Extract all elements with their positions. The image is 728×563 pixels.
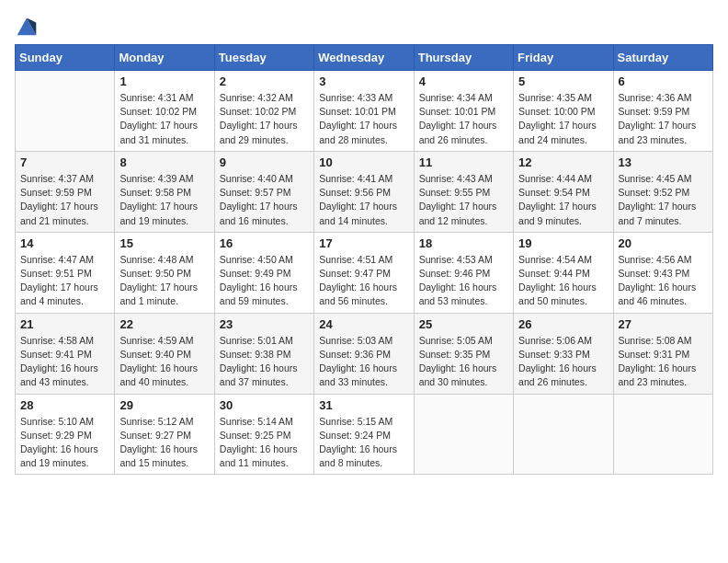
day-info: Sunrise: 4:48 AM Sunset: 9:50 PM Dayligh… (119, 253, 209, 309)
day-number: 15 (119, 236, 209, 250)
day-info: Sunrise: 5:10 AM Sunset: 9:29 PM Dayligh… (20, 415, 109, 471)
day-number: 6 (619, 75, 708, 88)
day-cell: 19Sunrise: 4:54 AM Sunset: 9:44 PM Dayli… (514, 232, 613, 313)
day-number: 26 (518, 317, 608, 331)
day-number: 23 (220, 317, 309, 331)
day-number: 21 (20, 317, 109, 331)
day-cell: 22Sunrise: 4:59 AM Sunset: 9:40 PM Dayli… (115, 313, 214, 394)
page-header (15, 15, 713, 37)
day-info: Sunrise: 5:15 AM Sunset: 9:24 PM Dayligh… (319, 415, 408, 471)
day-cell: 14Sunrise: 4:47 AM Sunset: 9:51 PM Dayli… (16, 232, 115, 313)
day-info: Sunrise: 4:47 AM Sunset: 9:51 PM Dayligh… (20, 253, 109, 309)
day-cell: 15Sunrise: 4:48 AM Sunset: 9:50 PM Dayli… (115, 232, 214, 313)
day-cell: 21Sunrise: 4:58 AM Sunset: 9:41 PM Dayli… (16, 313, 115, 394)
day-cell: 2Sunrise: 4:32 AM Sunset: 10:02 PM Dayli… (214, 71, 313, 152)
day-number: 28 (20, 398, 109, 412)
day-number: 19 (518, 236, 608, 250)
day-cell: 26Sunrise: 5:06 AM Sunset: 9:33 PM Dayli… (514, 313, 613, 394)
day-header-saturday: Saturday (613, 45, 712, 71)
day-number: 13 (619, 155, 708, 169)
day-info: Sunrise: 5:14 AM Sunset: 9:25 PM Dayligh… (220, 415, 309, 471)
day-info: Sunrise: 5:06 AM Sunset: 9:33 PM Dayligh… (518, 334, 608, 390)
day-cell: 23Sunrise: 5:01 AM Sunset: 9:38 PM Dayli… (214, 313, 313, 394)
week-row-3: 14Sunrise: 4:47 AM Sunset: 9:51 PM Dayli… (16, 232, 713, 313)
day-header-sunday: Sunday (16, 45, 115, 71)
day-cell: 30Sunrise: 5:14 AM Sunset: 9:25 PM Dayli… (214, 394, 313, 475)
day-cell: 8Sunrise: 4:39 AM Sunset: 9:58 PM Daylig… (115, 151, 214, 232)
day-number: 18 (419, 236, 508, 250)
day-number: 7 (20, 155, 109, 169)
day-cell: 12Sunrise: 4:44 AM Sunset: 9:54 PM Dayli… (514, 151, 613, 232)
day-info: Sunrise: 4:36 AM Sunset: 9:59 PM Dayligh… (619, 91, 708, 147)
day-number: 10 (319, 155, 408, 169)
day-info: Sunrise: 4:35 AM Sunset: 10:00 PM Daylig… (518, 91, 608, 147)
calendar-table: SundayMondayTuesdayWednesdayThursdayFrid… (15, 44, 713, 475)
day-cell: 4Sunrise: 4:34 AM Sunset: 10:01 PM Dayli… (414, 71, 513, 152)
day-cell: 3Sunrise: 4:33 AM Sunset: 10:01 PM Dayli… (314, 71, 414, 152)
day-header-wednesday: Wednesday (314, 45, 414, 71)
day-header-thursday: Thursday (414, 45, 513, 71)
day-cell: 9Sunrise: 4:40 AM Sunset: 9:57 PM Daylig… (214, 151, 313, 232)
day-number: 9 (220, 155, 309, 169)
day-info: Sunrise: 5:12 AM Sunset: 9:27 PM Dayligh… (119, 415, 209, 471)
day-info: Sunrise: 4:39 AM Sunset: 9:58 PM Dayligh… (119, 172, 209, 228)
day-cell (514, 394, 613, 475)
day-header-monday: Monday (115, 45, 214, 71)
day-number: 27 (619, 317, 708, 331)
day-number: 11 (419, 155, 508, 169)
day-info: Sunrise: 4:33 AM Sunset: 10:01 PM Daylig… (319, 91, 408, 147)
day-cell: 24Sunrise: 5:03 AM Sunset: 9:36 PM Dayli… (314, 313, 414, 394)
day-number: 17 (319, 236, 408, 250)
day-number: 12 (518, 155, 608, 169)
day-info: Sunrise: 4:51 AM Sunset: 9:47 PM Dayligh… (319, 253, 408, 309)
header-row: SundayMondayTuesdayWednesdayThursdayFrid… (16, 45, 713, 71)
day-info: Sunrise: 5:03 AM Sunset: 9:36 PM Dayligh… (319, 334, 408, 390)
day-number: 22 (119, 317, 209, 331)
day-cell: 11Sunrise: 4:43 AM Sunset: 9:55 PM Dayli… (414, 151, 513, 232)
day-info: Sunrise: 4:56 AM Sunset: 9:43 PM Dayligh… (619, 253, 708, 309)
day-info: Sunrise: 4:40 AM Sunset: 9:57 PM Dayligh… (220, 172, 309, 228)
day-number: 20 (619, 236, 708, 250)
day-cell: 17Sunrise: 4:51 AM Sunset: 9:47 PM Dayli… (314, 232, 414, 313)
day-cell: 5Sunrise: 4:35 AM Sunset: 10:00 PM Dayli… (514, 71, 613, 152)
day-info: Sunrise: 4:53 AM Sunset: 9:46 PM Dayligh… (419, 253, 508, 309)
day-cell: 18Sunrise: 4:53 AM Sunset: 9:46 PM Dayli… (414, 232, 513, 313)
logo-text (15, 15, 38, 37)
day-info: Sunrise: 4:50 AM Sunset: 9:49 PM Dayligh… (220, 253, 309, 309)
day-cell: 10Sunrise: 4:41 AM Sunset: 9:56 PM Dayli… (314, 151, 414, 232)
day-info: Sunrise: 4:54 AM Sunset: 9:44 PM Dayligh… (518, 253, 608, 309)
week-row-2: 7Sunrise: 4:37 AM Sunset: 9:59 PM Daylig… (16, 151, 713, 232)
week-row-4: 21Sunrise: 4:58 AM Sunset: 9:41 PM Dayli… (16, 313, 713, 394)
day-info: Sunrise: 4:59 AM Sunset: 9:40 PM Dayligh… (119, 334, 209, 390)
day-info: Sunrise: 4:58 AM Sunset: 9:41 PM Dayligh… (20, 334, 109, 390)
day-number: 16 (220, 236, 309, 250)
day-cell: 16Sunrise: 4:50 AM Sunset: 9:49 PM Dayli… (214, 232, 313, 313)
day-number: 1 (119, 75, 209, 88)
day-info: Sunrise: 5:08 AM Sunset: 9:31 PM Dayligh… (619, 334, 708, 390)
day-cell (414, 394, 513, 475)
day-cell: 28Sunrise: 5:10 AM Sunset: 9:29 PM Dayli… (16, 394, 115, 475)
day-number: 8 (119, 155, 209, 169)
week-row-5: 28Sunrise: 5:10 AM Sunset: 9:29 PM Dayli… (16, 394, 713, 475)
day-info: Sunrise: 4:44 AM Sunset: 9:54 PM Dayligh… (518, 172, 608, 228)
day-cell: 20Sunrise: 4:56 AM Sunset: 9:43 PM Dayli… (613, 232, 712, 313)
day-cell (613, 394, 712, 475)
day-info: Sunrise: 4:31 AM Sunset: 10:02 PM Daylig… (119, 91, 209, 147)
day-info: Sunrise: 4:32 AM Sunset: 10:02 PM Daylig… (220, 91, 309, 147)
day-cell: 1Sunrise: 4:31 AM Sunset: 10:02 PM Dayli… (115, 71, 214, 152)
day-cell: 13Sunrise: 4:45 AM Sunset: 9:52 PM Dayli… (613, 151, 712, 232)
day-cell: 27Sunrise: 5:08 AM Sunset: 9:31 PM Dayli… (613, 313, 712, 394)
day-number: 29 (119, 398, 209, 412)
day-info: Sunrise: 4:37 AM Sunset: 9:59 PM Dayligh… (20, 172, 109, 228)
day-info: Sunrise: 4:45 AM Sunset: 9:52 PM Dayligh… (619, 172, 708, 228)
day-info: Sunrise: 4:41 AM Sunset: 9:56 PM Dayligh… (319, 172, 408, 228)
day-number: 31 (319, 398, 408, 412)
day-number: 2 (220, 75, 309, 88)
day-info: Sunrise: 4:34 AM Sunset: 10:01 PM Daylig… (419, 91, 508, 147)
day-number: 5 (518, 75, 608, 88)
day-cell: 31Sunrise: 5:15 AM Sunset: 9:24 PM Dayli… (314, 394, 414, 475)
day-info: Sunrise: 5:05 AM Sunset: 9:35 PM Dayligh… (419, 334, 508, 390)
day-cell: 6Sunrise: 4:36 AM Sunset: 9:59 PM Daylig… (613, 71, 712, 152)
day-info: Sunrise: 5:01 AM Sunset: 9:38 PM Dayligh… (220, 334, 309, 390)
day-number: 30 (220, 398, 309, 412)
